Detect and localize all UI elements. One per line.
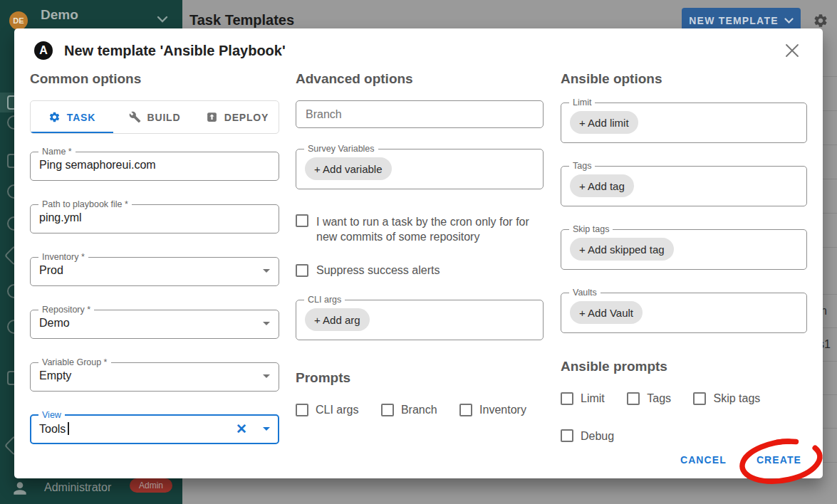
name-field-value: Ping semaphoreui.com: [39, 159, 270, 172]
chevron-down-icon: [157, 16, 168, 23]
view-field-label: View: [38, 410, 65, 420]
ansible-logo-icon: A: [34, 41, 53, 60]
add-tag-chip[interactable]: + Add tag: [570, 174, 634, 197]
prompt-limit-label: Limit: [581, 391, 605, 406]
playbook-path-field[interactable]: Path to playbook file * ping.yml: [30, 199, 279, 233]
branch-input[interactable]: [296, 100, 544, 128]
deploy-icon: [206, 111, 218, 123]
add-arg-chip[interactable]: + Add arg: [305, 308, 370, 331]
suppress-alerts-label: Suppress success alerts: [316, 263, 440, 278]
prompt-debug-label: Debug: [581, 429, 614, 443]
add-vault-chip[interactable]: + Add Vault: [570, 301, 643, 324]
chevron-down-icon: [263, 374, 270, 378]
skip-tags-field: Skip tags + Add skipped tag: [561, 224, 807, 270]
advanced-options-column: Advanced options Survey Variables + Add …: [296, 71, 544, 419]
limit-label: Limit: [569, 98, 595, 107]
dialog-title: New template 'Ansible Playbook': [64, 43, 286, 59]
tags-field: Tags + Add tag: [561, 161, 807, 206]
tab-build[interactable]: BUILD: [113, 101, 196, 133]
close-icon[interactable]: [784, 43, 800, 58]
add-limit-chip[interactable]: + Add limit: [570, 111, 638, 134]
new-template-label: NEW TEMPLATE: [689, 15, 778, 26]
screen: DE Demo Administrator Admin Task Templat…: [0, 0, 837, 504]
inventory-select-value: Prod: [39, 264, 257, 277]
common-options-column: Common options TASK BUILD DEPLOY Name *: [30, 71, 279, 444]
cron-checkbox[interactable]: [296, 214, 308, 227]
chevron-down-icon: [784, 18, 794, 23]
prompt-branch-checkbox[interactable]: [381, 404, 394, 416]
dialog-header: A New template 'Ansible Playbook': [34, 41, 286, 60]
cli-args-label: CLI args: [304, 295, 345, 305]
prompt-tags-checkbox[interactable]: [627, 392, 640, 405]
suppress-alerts-checkbox[interactable]: [296, 264, 308, 277]
add-variable-chip[interactable]: + Add variable: [305, 157, 392, 180]
project-name: Demo: [41, 7, 78, 23]
prompt-debug-checkbox[interactable]: [561, 429, 573, 442]
sidebar-user-footer[interactable]: Administrator Admin: [0, 474, 182, 504]
playbook-path-value: ping.yml: [39, 211, 270, 224]
prompt-inventory-label: Inventory: [479, 402, 526, 417]
inventory-select[interactable]: Inventory * Prod: [30, 252, 279, 286]
active-tab-indicator: [31, 132, 113, 133]
prompt-cli-args-label: CLI args: [316, 402, 358, 417]
gear-icon: [48, 111, 61, 123]
clear-icon[interactable]: ✕: [236, 422, 247, 436]
name-field-label: Name *: [38, 147, 76, 157]
dialog-actions: CANCEL CREATE: [680, 454, 801, 466]
tab-deploy-label: DEPLOY: [224, 112, 269, 123]
cron-checkbox-row: I want to run a task by the cron only fo…: [296, 214, 544, 244]
wrench-icon: [129, 111, 141, 123]
playbook-path-label: Path to playbook file *: [38, 199, 132, 209]
tab-task[interactable]: TASK: [31, 101, 113, 133]
page-title: Task Templates: [189, 12, 294, 28]
advanced-options-heading: Advanced options: [296, 71, 544, 89]
ansible-prompts-row1: Limit Tags Skip tags: [561, 391, 807, 408]
ansible-options-heading: Ansible options: [561, 71, 807, 89]
repository-select[interactable]: Repository * Demo: [30, 305, 279, 339]
suppress-checkbox-row: Suppress success alerts: [296, 263, 544, 278]
name-field[interactable]: Name * Ping semaphoreui.com: [30, 147, 279, 181]
text-cursor: [68, 422, 69, 435]
tags-label: Tags: [569, 161, 595, 171]
cron-checkbox-label: I want to run a task by the cron only fo…: [316, 214, 539, 244]
prompts-checkbox-row: CLI args Branch Inventory: [296, 402, 544, 419]
prompt-tags-label: Tags: [647, 391, 671, 406]
username-label: Administrator: [44, 481, 111, 494]
new-template-dialog: A New template 'Ansible Playbook' Common…: [14, 28, 823, 478]
cancel-button[interactable]: CANCEL: [680, 454, 727, 466]
tab-build-label: BUILD: [147, 112, 181, 123]
survey-variables-label: Survey Variables: [304, 144, 378, 154]
add-skipped-tag-chip[interactable]: + Add skipped tag: [570, 238, 674, 261]
gear-icon[interactable]: [813, 13, 828, 28]
person-icon: [11, 479, 29, 498]
prompt-skip-tags-checkbox[interactable]: [693, 392, 706, 405]
admin-badge: Admin: [130, 478, 172, 493]
chevron-down-icon[interactable]: [263, 427, 270, 431]
variable-group-value: Empty: [39, 369, 257, 382]
project-avatar: DE: [9, 11, 28, 30]
prompt-branch-label: Branch: [401, 402, 437, 417]
vaults-label: Vaults: [569, 288, 601, 298]
ansible-options-column: Ansible options Limit + Add limit Tags +…: [561, 71, 807, 445]
limit-field: Limit + Add limit: [561, 98, 807, 143]
vaults-field: Vaults + Add Vault: [561, 288, 807, 333]
create-button[interactable]: CREATE: [757, 454, 801, 466]
common-options-heading: Common options: [30, 71, 279, 89]
prompt-cli-args-checkbox[interactable]: [296, 404, 308, 416]
repository-select-label: Repository *: [38, 305, 94, 315]
prompt-limit-checkbox[interactable]: [561, 392, 573, 405]
tab-deploy[interactable]: DEPLOY: [196, 101, 279, 133]
prompts-heading: Prompts: [296, 370, 544, 388]
chevron-down-icon: [263, 322, 270, 325]
cli-args-field: CLI args + Add arg: [296, 295, 544, 340]
prompt-inventory-checkbox[interactable]: [459, 404, 472, 416]
view-autocomplete[interactable]: View Tools ✕: [30, 410, 279, 444]
ansible-prompts-row2: Debug: [561, 429, 807, 446]
prompt-skip-tags-label: Skip tags: [713, 391, 760, 406]
repository-select-value: Demo: [39, 317, 257, 330]
ansible-prompts-heading: Ansible prompts: [561, 359, 807, 377]
inventory-select-label: Inventory *: [38, 252, 88, 262]
template-type-tabs: TASK BUILD DEPLOY: [30, 100, 279, 134]
variable-group-select[interactable]: Variable Group * Empty: [30, 357, 279, 392]
tab-task-label: TASK: [67, 112, 95, 123]
